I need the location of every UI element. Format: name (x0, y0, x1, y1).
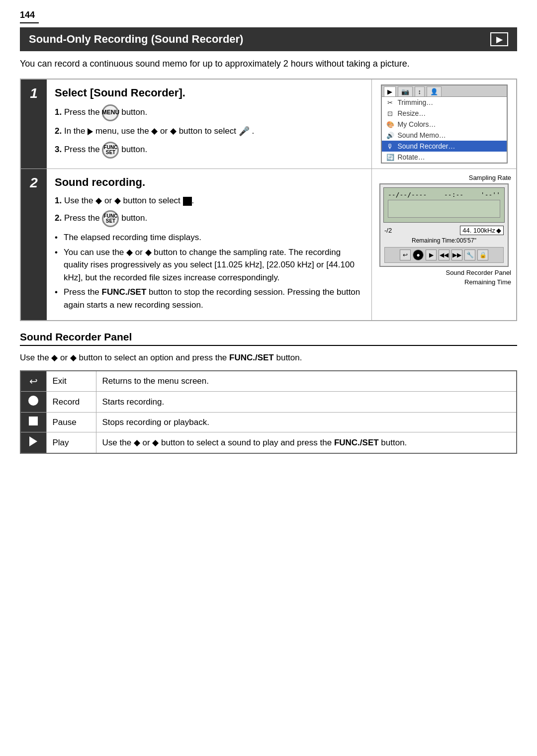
btn-rewind[interactable]: ◀◀ (439, 250, 449, 260)
step-1-heading: Select [Sound Recorder]. (55, 86, 363, 99)
recorder-screen: --/--/---- --:-- '--'' (383, 187, 505, 223)
square-icon (183, 197, 192, 206)
step-1-number: 1 (21, 80, 47, 168)
step-2-content: Sound recording. 1. Use the ◆ or ◆ butto… (47, 169, 372, 320)
play-menu-icon (88, 128, 93, 135)
btn-record[interactable]: ● (413, 250, 424, 260)
menu-mockup: ▶ 📷 ↕ 👤 ✂ Trimming… ⊡ Resize… 🎨 (381, 84, 508, 164)
recorder-elapsed: '--'' (481, 191, 500, 198)
srp-table: ↩ Exit Returns to the menu screen. Recor… (20, 370, 517, 454)
menu-item-soundmemo: 🔊 Sound Memo… (382, 130, 507, 141)
recorder-mid-row: -/2 44. 100kHz ◆ (384, 226, 504, 235)
mic-icon: 🎤 (239, 126, 250, 136)
step-1-instruction-1: 1. Press the MENU button. (55, 104, 363, 121)
remaining-row: Remaining Time:005'57" (384, 237, 504, 244)
btn-lock[interactable]: 🔒 (477, 250, 488, 260)
srp-intro: Use the ◆ or ◆ button to select an optio… (20, 351, 517, 364)
record-icon (28, 396, 38, 406)
recorder-panel-mockup: --/--/---- --:-- '--'' -/2 44. 100kHz ◆ … (379, 183, 509, 267)
intro-text: You can record a continuous sound memo f… (20, 57, 517, 71)
srp-exit-desc: Returns to the menu screen. (96, 371, 517, 392)
menu-tab-play: ▶ (384, 86, 396, 96)
resize-icon: ⊡ (386, 110, 395, 117)
freq-value: 44. 100kHz (462, 227, 495, 234)
srp-record-icon-cell (20, 392, 46, 413)
rotate-icon: 🔄 (386, 154, 395, 161)
step-2-row: 2 Sound recording. 1. Use the ◆ or ◆ but… (21, 169, 516, 320)
steps-container: 1 Select [Sound Recorder]. 1. Press the … (20, 79, 517, 321)
menu-button: MENU (102, 104, 119, 121)
step-1-instruction-2: 2. In the menu, use the ◆ or ◆ button to… (55, 124, 363, 139)
section-title-text: Sound-Only Recording (Sound Recorder) (29, 33, 243, 46)
trim-icon: ✂ (386, 99, 395, 106)
srp-exit-label: Exit (46, 371, 96, 392)
srp-row-record: Record Starts recording. (20, 392, 517, 413)
step-2-instruction-1: 1. Use the ◆ or ◆ button to select . (55, 194, 363, 207)
step-1-row: 1 Select [Sound Recorder]. 1. Press the … (21, 80, 516, 169)
play-icon: ▶ (496, 35, 502, 44)
freq-box: 44. 100kHz ◆ (460, 226, 504, 235)
sound-recorder-panel-label: Sound Recorder Panel (377, 269, 511, 276)
srp-exit-icon-cell: ↩ (20, 371, 46, 392)
exit-icon: ↩ (29, 376, 38, 387)
srp-title: Sound Recorder Panel (20, 331, 517, 346)
menu-item-soundrecorder: 🎙 Sound Recorder… (382, 141, 507, 152)
srp-play-icon-cell (20, 432, 46, 454)
menu-items: ✂ Trimming… ⊡ Resize… 🎨 My Colors… 🔊 Sou… (382, 97, 507, 163)
bullet-list: The elapsed recording time displays. You… (55, 231, 363, 311)
recorder-minus2: -/2 (384, 227, 392, 234)
remaining-text: Remaining Time:005'57" (412, 237, 476, 244)
menu-tab-camera: 📷 (398, 86, 413, 96)
step-1-image: ▶ 📷 ↕ 👤 ✂ Trimming… ⊡ Resize… 🎨 (372, 80, 516, 168)
step-2-instruction-2: 2. Press the FUNCSET button. (55, 210, 363, 227)
section-title: Sound-Only Recording (Sound Recorder) ▶ (20, 27, 517, 51)
menu-item-trimming: ✂ Trimming… (382, 97, 507, 108)
recorder-screen-row-1: --/--/---- --:-- '--'' (388, 191, 500, 198)
srp-play-desc: Use the ◆ or ◆ button to select a sound … (96, 432, 517, 454)
recorder-time-dash: --:-- (444, 191, 463, 198)
srp-record-label: Record (46, 392, 96, 413)
menu-item-mycolors: 🎨 My Colors… (382, 119, 507, 130)
pause-icon (29, 417, 38, 425)
recorder-date: --/--/---- (388, 191, 427, 198)
menu-item-resize: ⊡ Resize… (382, 108, 507, 119)
memo-icon: 🔊 (386, 132, 395, 139)
func-set-button-2: FUNCSET (102, 210, 119, 227)
srp-row-pause: Pause Stops recording or playback. (20, 413, 517, 432)
step-2-heading: Sound recording. (55, 176, 363, 189)
srp-pause-icon-cell (20, 413, 46, 432)
bullet-1: The elapsed recording time displays. (55, 231, 363, 244)
recorder-icon: 🎙 (386, 143, 395, 150)
btn-exit[interactable]: ↩ (400, 250, 411, 260)
srp-play-label: Play (46, 432, 96, 454)
step-2-image: Sampling Rate --/--/---- --:-- '--'' -/2… (372, 169, 516, 320)
step-1-instruction-3: 3. Press the FUNCSET button. (55, 142, 363, 159)
srp-record-desc: Starts recording. (96, 392, 517, 413)
step-2-number: 2 (21, 169, 47, 320)
srp-pause-label: Pause (46, 413, 96, 432)
srp-row-exit: ↩ Exit Returns to the menu screen. (20, 371, 517, 392)
bullet-3: Press the FUNC./SET button to stop the r… (55, 286, 363, 311)
btn-forward[interactable]: ▶▶ (451, 250, 462, 260)
func-set-button-1: FUNCSET (102, 142, 119, 159)
menu-tab-person: 👤 (427, 86, 442, 96)
menu-item-rotate: 🔄 Rotate… (382, 152, 507, 163)
colors-icon: 🎨 (386, 121, 395, 128)
recorder-waveform (388, 200, 500, 218)
freq-arrow: ◆ (496, 227, 501, 234)
step-1-content: Select [Sound Recorder]. 1. Press the ME… (47, 80, 372, 168)
recorder-buttons: ↩ ● ▶ ◀◀ ▶▶ 🔧 🔒 (384, 247, 504, 263)
srp-pause-desc: Stops recording or playback. (96, 413, 517, 432)
srp-row-play: Play Use the ◆ or ◆ button to select a s… (20, 432, 517, 454)
menu-tabs: ▶ 📷 ↕ 👤 (382, 85, 507, 97)
btn-settings[interactable]: 🔧 (464, 250, 475, 260)
bullet-2: You can use the ◆ or ◆ button to change … (55, 246, 363, 284)
page-number: 144 (20, 10, 39, 23)
remaining-time-label: Remaining Time (377, 278, 511, 286)
sampling-rate-label: Sampling Rate (377, 174, 511, 181)
play-row-icon (29, 436, 37, 446)
srp-section: Sound Recorder Panel Use the ◆ or ◆ butt… (20, 331, 517, 454)
menu-tab-updown: ↕ (415, 86, 425, 96)
play-icon-box: ▶ (490, 32, 508, 46)
btn-play[interactable]: ▶ (426, 250, 437, 260)
